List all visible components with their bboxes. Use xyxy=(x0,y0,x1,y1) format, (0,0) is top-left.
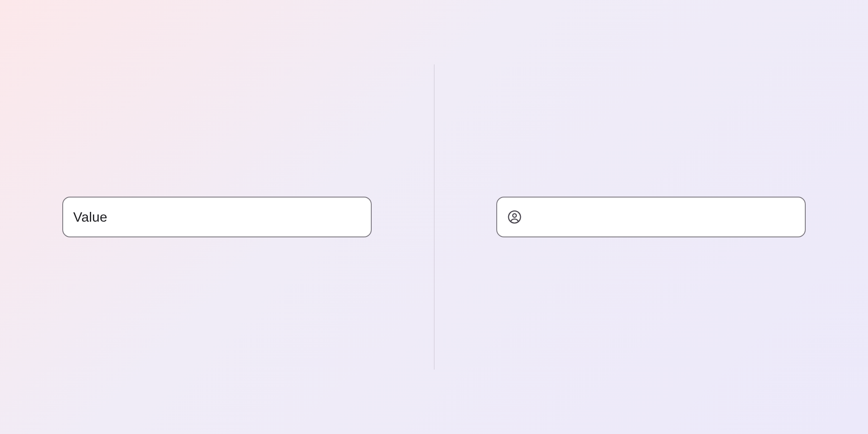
user-input-container[interactable] xyxy=(496,197,806,237)
text-input[interactable] xyxy=(73,209,361,225)
text-input-container[interactable] xyxy=(62,197,372,237)
left-panel xyxy=(0,0,434,434)
user-input[interactable] xyxy=(530,209,795,225)
right-panel xyxy=(434,0,868,434)
user-circle-icon xyxy=(507,210,522,224)
svg-point-1 xyxy=(513,214,517,217)
main-container xyxy=(0,0,868,434)
